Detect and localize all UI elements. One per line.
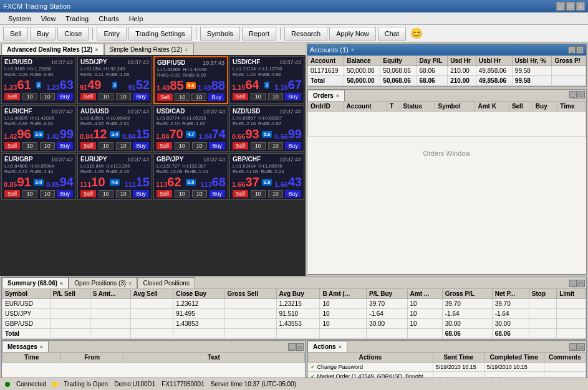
- rate-buy-btn[interactable]: Buy: [133, 190, 149, 197]
- messages-header-row: Time From Text: [2, 353, 305, 363]
- messages-restore-btn[interactable]: □: [296, 343, 304, 351]
- rate-buy-btn[interactable]: Buy: [209, 142, 225, 150]
- rate-buy-qty[interactable]: [192, 142, 207, 150]
- menu-help[interactable]: Help: [124, 14, 148, 24]
- rate-buy-qty[interactable]: [191, 93, 206, 101]
- menu-charts[interactable]: Charts: [94, 14, 123, 24]
- close-messages-tab[interactable]: ×: [40, 344, 43, 350]
- rate-sell-btn[interactable]: Sell: [157, 142, 172, 150]
- rate-buy-btn[interactable]: Buy: [133, 142, 149, 150]
- rate-sell-btn[interactable]: Sell: [80, 93, 96, 100]
- rate-buy-btn[interactable]: Buy: [57, 142, 73, 150]
- rate-buy-btn[interactable]: Buy: [208, 93, 224, 101]
- actions-minimize-btn[interactable]: _: [569, 343, 577, 351]
- orders-window-controls: _ □: [568, 90, 586, 101]
- rate-buy-btn[interactable]: Buy: [57, 93, 73, 100]
- rate-symbol: AUD/USD: [80, 108, 109, 115]
- tab-actions[interactable]: Actions ×: [307, 341, 347, 352]
- maximize-btn[interactable]: □: [566, 2, 575, 11]
- rate-buy-btn[interactable]: Buy: [209, 190, 225, 197]
- rate-buy-qty[interactable]: [268, 190, 283, 197]
- apply-now-button[interactable]: Apply Now: [329, 27, 376, 40]
- tab-simple-dealing[interactable]: Simple Dealing Rates (12) ×: [104, 44, 194, 55]
- positions-minimize-btn[interactable]: _: [569, 280, 577, 287]
- rate-sell-btn[interactable]: Sell: [233, 93, 248, 100]
- menu-view[interactable]: View: [36, 14, 61, 24]
- menu-trading[interactable]: Trading: [60, 14, 94, 24]
- close-actions-tab[interactable]: ×: [339, 344, 342, 350]
- rate-buy-qty[interactable]: [116, 190, 131, 197]
- accounts-title-bar: Accounts (1) × _ □: [307, 44, 586, 55]
- rate-sell-qty[interactable]: [99, 93, 113, 100]
- rate-sell-qty[interactable]: [99, 142, 113, 150]
- rate-buy-qty[interactable]: [40, 142, 55, 150]
- rate-buy-btn[interactable]: Buy: [285, 93, 301, 100]
- rate-sell-qty[interactable]: [99, 190, 113, 197]
- tab-advanced-dealing[interactable]: Advanced Dealing Rates (12) ×: [1, 44, 104, 55]
- buy-button[interactable]: Buy: [30, 27, 55, 40]
- close-orders-tab[interactable]: ×: [336, 93, 339, 99]
- rate-sell-display: 1.42 96: [4, 128, 31, 140]
- tab-closed-positions[interactable]: Closed Positions: [137, 277, 195, 288]
- positions-restore-btn[interactable]: □: [577, 280, 585, 287]
- tab-summary[interactable]: Summary (68.06) ×: [2, 277, 69, 288]
- entry-button[interactable]: Entry: [97, 27, 127, 40]
- rate-sell-btn[interactable]: Sell: [4, 142, 20, 150]
- research-button[interactable]: Research: [284, 27, 327, 40]
- actions-restore-btn[interactable]: □: [577, 343, 585, 351]
- orders-minimize-btn[interactable]: _: [569, 91, 577, 98]
- rate-sell-qty[interactable]: [251, 142, 266, 150]
- smiley-icon[interactable]: 😊: [410, 27, 423, 39]
- col-pl-buy: P/L Buy: [367, 289, 407, 299]
- tab-open-positions[interactable]: Open Positions (3) ×: [69, 277, 137, 288]
- close-simple-tab[interactable]: ×: [185, 47, 188, 53]
- rate-buy-qty[interactable]: [268, 142, 283, 150]
- rate-sell-qty[interactable]: [22, 142, 37, 150]
- accounts-minimize-btn[interactable]: _: [568, 46, 576, 54]
- messages-minimize-btn[interactable]: _: [288, 343, 296, 351]
- chat-button[interactable]: Chat: [378, 27, 406, 40]
- rate-buy-qty[interactable]: [192, 190, 207, 197]
- rate-sell-qty[interactable]: [175, 93, 190, 101]
- rate-sell-qty[interactable]: [251, 93, 266, 100]
- sell-button[interactable]: Sell: [3, 27, 28, 40]
- orders-restore-btn[interactable]: □: [577, 91, 585, 98]
- rate-sell-qty[interactable]: [22, 190, 37, 197]
- close-summary-tab[interactable]: ×: [60, 280, 63, 287]
- rate-buy-btn[interactable]: Buy: [57, 190, 73, 197]
- rate-buy-qty[interactable]: [116, 93, 131, 100]
- close-button[interactable]: Close: [57, 27, 89, 40]
- trading-settings-button[interactable]: Trading Settings: [128, 27, 192, 40]
- minimize-btn[interactable]: _: [556, 2, 565, 11]
- rate-sell-btn[interactable]: Sell: [80, 190, 96, 197]
- rate-sell-qty[interactable]: [175, 190, 190, 197]
- rate-buy-qty[interactable]: [40, 190, 55, 197]
- rate-sell-qty[interactable]: [175, 142, 190, 150]
- close-btn[interactable]: ×: [576, 2, 585, 11]
- rate-sell-btn[interactable]: Sell: [233, 190, 248, 197]
- report-button[interactable]: Report: [242, 27, 276, 40]
- rate-sell-btn[interactable]: Sell: [4, 93, 20, 100]
- close-open-positions-tab[interactable]: ×: [128, 280, 132, 287]
- rate-buy-qty[interactable]: [40, 93, 55, 100]
- rate-sell-qty[interactable]: [251, 190, 266, 197]
- rate-buy-qty[interactable]: [116, 142, 131, 150]
- rate-buy-btn[interactable]: Buy: [285, 190, 301, 197]
- symbols-button[interactable]: Symbols: [200, 27, 240, 40]
- rate-sell-btn[interactable]: Sell: [80, 142, 96, 150]
- rate-sell-btn[interactable]: Sell: [157, 93, 173, 101]
- accounts-restore-btn[interactable]: □: [576, 46, 584, 54]
- rate-sell-qty[interactable]: [22, 93, 37, 100]
- rate-sell-btn[interactable]: Sell: [157, 190, 172, 197]
- rate-sell-nums: 1.43 85: [157, 79, 184, 92]
- col-order-symbol: Symbol: [435, 102, 475, 112]
- rate-buy-btn[interactable]: Buy: [285, 142, 301, 150]
- tab-orders[interactable]: Orders ×: [307, 90, 345, 101]
- rate-sell-btn[interactable]: Sell: [4, 190, 20, 197]
- rate-buy-btn[interactable]: Buy: [133, 93, 149, 100]
- menu-system[interactable]: System: [3, 14, 36, 24]
- tab-messages[interactable]: Messages ×: [2, 341, 49, 352]
- rate-sell-btn[interactable]: Sell: [233, 142, 248, 150]
- rate-buy-qty[interactable]: [268, 93, 283, 100]
- close-advanced-tab[interactable]: ×: [95, 47, 98, 53]
